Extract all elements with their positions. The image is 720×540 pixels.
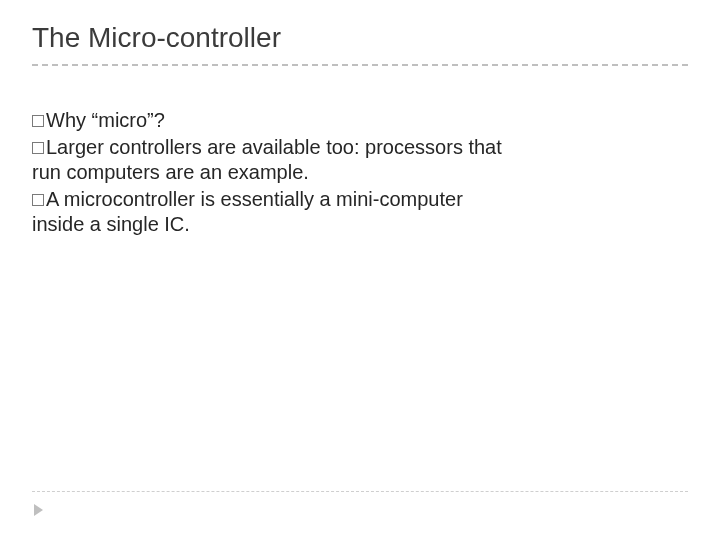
bullet-text: controllers are available too: processor… — [104, 136, 502, 158]
title-block: The Micro-controller — [32, 22, 688, 66]
bullet-text-lead: Larger — [46, 136, 104, 158]
title-divider — [32, 64, 688, 66]
square-bullet-icon — [32, 115, 44, 127]
slide: The Micro-controller Why “micro”? Larger… — [0, 0, 720, 540]
slide-body: Why “micro”? Larger controllers are avai… — [32, 108, 672, 239]
bullet-text-cont: inside a single IC. — [32, 212, 672, 237]
bullet-text-lead: Why — [46, 109, 86, 131]
bullet-text: “micro”? — [86, 109, 165, 131]
bullet-text-cont: run computers are an example. — [32, 160, 672, 185]
slide-title: The Micro-controller — [32, 22, 688, 64]
footer-divider — [32, 491, 688, 492]
bullet-item: Larger controllers are available too: pr… — [32, 135, 672, 185]
bullet-item: Why “micro”? — [32, 108, 672, 133]
square-bullet-icon — [32, 142, 44, 154]
bullet-text: microcontroller is essentially a mini-co… — [58, 188, 463, 210]
arrow-right-icon — [34, 504, 43, 516]
bullet-item: A microcontroller is essentially a mini-… — [32, 187, 672, 237]
square-bullet-icon — [32, 194, 44, 206]
bullet-text-lead: A — [46, 188, 58, 210]
